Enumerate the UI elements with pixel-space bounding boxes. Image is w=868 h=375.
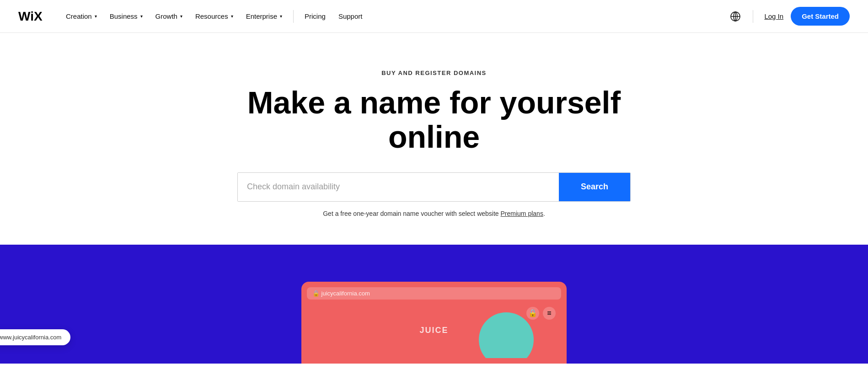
premium-plans-link[interactable]: Premium plans xyxy=(501,210,543,217)
navbar: WiX Creation ▾ Business ▾ Growth ▾ Resou… xyxy=(0,0,868,33)
domain-search-bar: Search xyxy=(237,172,631,202)
browser-url: 🔒 juicycalifornia.com xyxy=(312,290,370,297)
nav-item-growth[interactable]: Growth ▾ xyxy=(150,9,188,24)
browser-mockup: 🔒 juicycalifornia.com 🔒 ≡ JUICE xyxy=(301,282,567,364)
teal-decoration xyxy=(479,312,534,358)
hero-note: Get a free one-year domain name voucher … xyxy=(323,210,545,217)
nav-item-business[interactable]: Business ▾ xyxy=(104,9,148,24)
browser-bar: 🔒 juicycalifornia.com xyxy=(307,287,561,300)
svg-text:WiX: WiX xyxy=(18,9,43,22)
chevron-down-icon: ▾ xyxy=(95,14,97,19)
hero-subtitle: BUY AND REGISTER DOMAINS xyxy=(381,70,487,76)
nav-right: Log In Get Started xyxy=(729,7,850,26)
nav-item-creation[interactable]: Creation ▾ xyxy=(60,9,102,24)
hero-title: Make a name for yourself online xyxy=(228,86,640,154)
domain-search-button[interactable]: Search xyxy=(559,173,630,201)
hero-section: BUY AND REGISTER DOMAINS Make a name for… xyxy=(0,33,868,245)
blue-section: https://www.juicycalifornia.com 🔒 juicyc… xyxy=(0,245,868,364)
globe-icon[interactable] xyxy=(729,10,742,23)
nav-right-divider xyxy=(753,10,753,23)
nav-links: Creation ▾ Business ▾ Growth ▾ Resources… xyxy=(60,9,729,24)
menu-icon: ≡ xyxy=(543,307,556,320)
browser-content: 🔒 ≡ JUICE xyxy=(307,303,561,358)
address-text: https://www.juicycalifornia.com xyxy=(0,334,61,341)
chevron-down-icon: ▾ xyxy=(280,14,282,19)
nav-item-pricing[interactable]: Pricing xyxy=(299,9,331,24)
chevron-down-icon: ▾ xyxy=(180,14,182,19)
browser-icons: 🔒 ≡ xyxy=(526,307,556,320)
nav-divider xyxy=(293,10,294,23)
nav-item-resources[interactable]: Resources ▾ xyxy=(190,9,239,24)
lock-icon: 🔒 xyxy=(526,307,539,320)
nav-item-support[interactable]: Support xyxy=(333,9,368,24)
domain-search-input[interactable] xyxy=(238,173,559,201)
chevron-down-icon: ▾ xyxy=(140,14,143,19)
address-pill: https://www.juicycalifornia.com xyxy=(0,329,70,345)
chevron-down-icon: ▾ xyxy=(231,14,233,19)
get-started-button[interactable]: Get Started xyxy=(791,7,850,26)
logo[interactable]: WiX xyxy=(18,9,46,24)
nav-item-enterprise[interactable]: Enterprise ▾ xyxy=(241,9,288,24)
login-link[interactable]: Log In xyxy=(764,12,783,20)
juice-label: JUICE xyxy=(419,326,448,335)
